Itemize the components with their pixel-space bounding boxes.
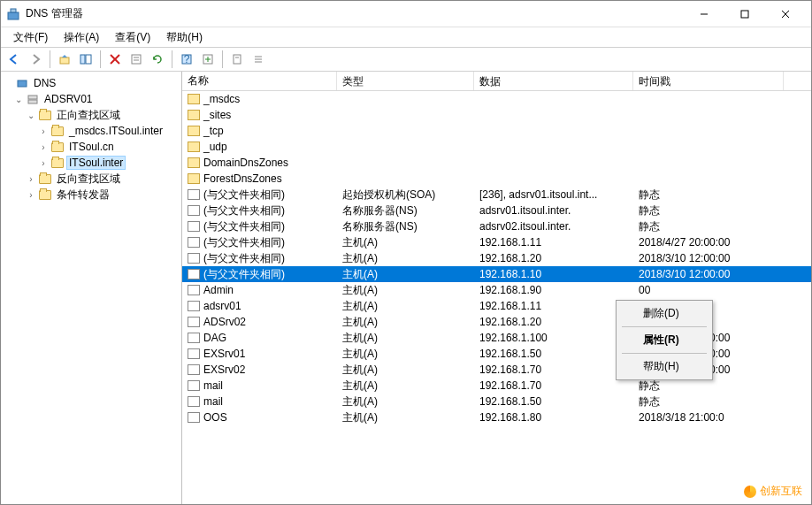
list-view-button[interactable] (249, 50, 268, 69)
row-name: Admin (203, 284, 234, 296)
tree-reverse-zones[interactable]: 反向查找区域 (54, 172, 123, 187)
record-icon (188, 412, 200, 423)
menu-bar: 文件(F) 操作(A) 查看(V) 帮助(H) (1, 27, 811, 47)
twister-icon[interactable]: › (26, 174, 36, 184)
tree-zone-msdcs[interactable]: _msdcs.ITSoul.inter (66, 125, 165, 137)
row-name: DomainDnsZones (203, 157, 288, 169)
svg-rect-1 (11, 9, 16, 12)
svg-rect-0 (8, 12, 19, 19)
list-row[interactable]: mail主机(A)192.168.1.50静态 (182, 394, 811, 409)
list-row[interactable]: EXSrv01主机(A)192.168.1.502018/4/27 20:00:… (182, 346, 811, 362)
list-row[interactable]: ForestDnsZones (182, 171, 811, 187)
record-icon (188, 221, 200, 232)
refresh-button[interactable] (148, 50, 167, 69)
window-title: DNS 管理器 (26, 6, 684, 21)
list-row[interactable]: (与父文件夹相同)主机(A)192.168.1.102018/3/10 12:0… (182, 266, 811, 282)
show-hide-tree-button[interactable] (76, 50, 96, 69)
tree-forward-zones[interactable]: 正向查找区域 (54, 108, 123, 123)
row-type: 主机(A) (337, 251, 474, 266)
row-data: 192.168.1.90 (474, 284, 633, 296)
list-row[interactable]: (与父文件夹相同)起始授权机构(SOA)[236], adsrv01.itsou… (182, 187, 811, 203)
column-timestamp[interactable]: 时间戳 (633, 72, 784, 90)
folder-icon (38, 188, 52, 201)
column-data[interactable]: 数据 (474, 72, 633, 90)
close-button[interactable] (765, 1, 806, 27)
row-name: ADSrv02 (203, 316, 246, 328)
toolbar-separator (50, 50, 50, 68)
row-type: 主机(A) (337, 331, 474, 346)
context-separator (622, 353, 707, 354)
context-delete[interactable]: 删除(D) (618, 302, 710, 325)
list-row[interactable]: adsrv01主机(A)192.168.1.11 (182, 298, 811, 314)
list-row[interactable]: mail主机(A)192.168.1.70静态 (182, 378, 811, 394)
forward-button[interactable] (26, 50, 45, 69)
list-row[interactable]: ADSrv02主机(A)192.168.1.20 (182, 314, 811, 330)
menu-view[interactable]: 查看(V) (108, 28, 157, 47)
tree-conditional-forwarders[interactable]: 条件转发器 (54, 187, 112, 203)
twister-icon[interactable]: › (38, 158, 49, 168)
up-button[interactable] (55, 50, 74, 69)
svg-rect-24 (18, 80, 27, 87)
back-button[interactable] (4, 50, 24, 69)
filter-button[interactable] (227, 50, 247, 69)
list-header: 名称 类型 数据 时间戳 (182, 72, 811, 91)
context-separator (622, 326, 707, 327)
watermark-icon (744, 486, 756, 498)
tree-zone-inter[interactable]: ITSoul.inter (66, 156, 126, 170)
context-properties[interactable]: 属性(R) (618, 329, 710, 351)
toolbar-separator (100, 50, 101, 68)
row-timestamp: 静态 (633, 203, 784, 218)
new-record-button[interactable] (198, 50, 218, 69)
menu-action[interactable]: 操作(A) (57, 28, 106, 47)
svg-rect-19 (234, 55, 241, 64)
column-name[interactable]: 名称 (182, 72, 337, 90)
tree-zone-cn[interactable]: ITSoul.cn (66, 141, 117, 153)
row-type: 起始授权机构(SOA) (337, 187, 474, 203)
tree-root[interactable]: DNS (31, 77, 58, 89)
record-icon (188, 269, 200, 279)
list-row[interactable]: EXSrv02主机(A)192.168.1.702018/4/27 20:00:… (182, 362, 811, 378)
properties-button[interactable] (126, 50, 146, 69)
row-type: 主机(A) (337, 315, 474, 330)
twister-icon[interactable]: ⌄ (26, 111, 36, 120)
list-row[interactable]: (与父文件夹相同)主机(A)192.168.1.112018/4/27 20:0… (182, 234, 811, 250)
row-name: (与父文件夹相同) (203, 187, 285, 203)
menu-file[interactable]: 文件(F) (6, 28, 55, 47)
twister-icon[interactable]: › (26, 190, 36, 200)
row-name: mail (203, 379, 223, 392)
delete-button[interactable] (105, 50, 125, 69)
list-row[interactable]: DAG主机(A)192.168.1.1002018/4/27 20:00:00 (182, 330, 811, 346)
twister-icon[interactable]: › (38, 126, 49, 136)
twister-icon[interactable]: ⌄ (13, 95, 24, 104)
list-row[interactable]: (与父文件夹相同)名称服务器(NS)adsrv01.itsoul.inter.静… (182, 203, 811, 218)
list-body[interactable]: _msdcs_sites_tcp_udpDomainDnsZonesForest… (182, 91, 811, 504)
menu-help[interactable]: 帮助(H) (159, 28, 210, 47)
tree-pane[interactable]: DNS ⌄ADSRV01 ⌄正向查找区域 ›_msdcs.ITSoul.inte… (1, 72, 182, 504)
toolbar: ? (1, 47, 811, 72)
tree-server[interactable]: ADSRV01 (42, 93, 95, 105)
column-type[interactable]: 类型 (337, 72, 474, 90)
list-row[interactable]: Admin主机(A)192.168.1.9000 (182, 282, 811, 298)
list-row[interactable]: _udp (182, 139, 811, 155)
context-menu: 删除(D) 属性(R) 帮助(H) (616, 300, 713, 380)
list-row[interactable]: (与父文件夹相同)名称服务器(NS)adsrv02.itsoul.inter.静… (182, 218, 811, 234)
list-row[interactable]: _msdcs (182, 91, 811, 107)
context-help[interactable]: 帮助(H) (618, 356, 710, 378)
list-row[interactable]: _tcp (182, 123, 811, 139)
help-button[interactable]: ? (177, 50, 196, 69)
list-row[interactable]: OOS主机(A)192.168.1.802018/3/18 21:00:0 (182, 409, 811, 425)
list-row[interactable]: (与父文件夹相同)主机(A)192.168.1.202018/3/10 12:0… (182, 250, 811, 266)
list-row[interactable]: _sites (182, 107, 811, 123)
record-icon (188, 301, 200, 311)
list-row[interactable]: DomainDnsZones (182, 155, 811, 171)
record-icon (188, 317, 200, 327)
row-timestamp: 静态 (633, 219, 784, 234)
folder-icon (188, 94, 200, 104)
maximize-button[interactable] (724, 1, 765, 27)
zone-icon (50, 125, 65, 137)
twister-icon[interactable]: › (38, 142, 49, 152)
row-type: 名称服务器(NS) (337, 219, 474, 234)
row-timestamp: 2018/3/10 12:00:00 (633, 268, 784, 280)
minimize-button[interactable] (684, 1, 724, 27)
row-data: 192.168.1.100 (474, 332, 633, 344)
